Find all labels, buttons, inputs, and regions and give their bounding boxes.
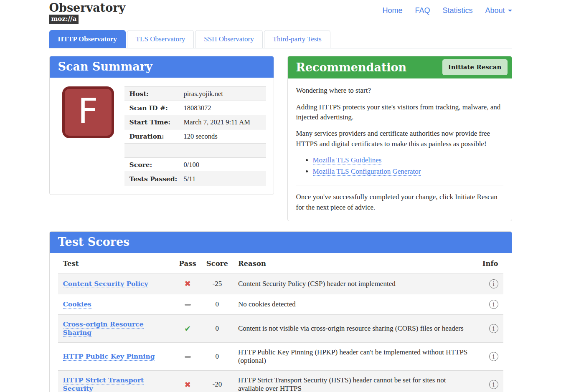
table-row: Cookies0No cookies detectedi xyxy=(58,294,503,315)
test-cell: HTTP Public Key Pinning xyxy=(58,343,174,371)
initiate-rescan-button[interactable]: Initiate Rescan xyxy=(442,59,508,75)
reason-cell: Content Security Policy (CSP) header not… xyxy=(233,273,477,294)
top-header: Observatory moz://a HomeFAQStatisticsAbo… xyxy=(49,0,512,24)
scan-summary-body: F Host:piras.yojik.netScan ID #:18083072… xyxy=(50,78,274,195)
reason-cell: No cookies detected xyxy=(233,294,477,315)
nav-item-home[interactable]: Home xyxy=(382,6,402,15)
list-item: Mozilla TLS Configuration Generator xyxy=(313,167,503,177)
table-row: Cross-origin Resource Sharing✔0Content i… xyxy=(58,315,503,343)
app-title: Observatory xyxy=(49,2,126,14)
scan-summary-row: Duration:120 seconds xyxy=(124,129,266,143)
recommendation-header: Recommendation Initiate Rescan xyxy=(288,56,512,78)
info-circle-icon[interactable]: i xyxy=(489,380,498,389)
test-link-cookies[interactable]: Cookies xyxy=(63,300,91,309)
recommendation-paragraph: Adding HTTPS protects your site's visito… xyxy=(296,102,503,123)
scan-summary-title: Scan Summary xyxy=(50,56,274,78)
score-cell: 0 xyxy=(201,315,233,343)
scan-row-label: Scan ID #: xyxy=(129,104,184,112)
info-circle-icon[interactable]: i xyxy=(489,352,498,361)
reason-cell: HTTP Strict Transport Security (HSTS) he… xyxy=(233,371,477,392)
scan-row-value: piras.yojik.net xyxy=(184,90,261,98)
info-circle-icon[interactable]: i xyxy=(489,279,498,288)
scan-summary-row: Score:0/100 xyxy=(124,157,266,172)
scan-summary-table: Host:piras.yojik.netScan ID #:18083072St… xyxy=(124,86,266,186)
info-cell: i xyxy=(477,343,503,371)
scan-row-value: 5/11 xyxy=(184,175,261,183)
scan-row-label: Tests Passed: xyxy=(129,175,184,183)
table-row: HTTP Strict Transport Security✖-20HTTP S… xyxy=(58,371,503,392)
recommendation-paragraph: Wondering where to start? xyxy=(296,86,503,96)
scan-summary-row: Tests Passed:5/11 xyxy=(124,172,266,186)
table-row: HTTP Public Key Pinning0HTTP Public Key … xyxy=(58,343,503,371)
test-link-http-strict-transport-security[interactable]: HTTP Strict Transport Security xyxy=(63,376,144,392)
info-cell: i xyxy=(477,294,503,315)
test-scores-body: TestPassScoreReasonInfo Content Security… xyxy=(50,253,512,392)
top-nav: HomeFAQStatisticsAbout xyxy=(382,6,512,15)
recommendation-paragraph: Many services providers and certificate … xyxy=(296,129,503,149)
tab-ssh-observatory[interactable]: SSH Observatory xyxy=(195,30,262,48)
column-header-reason: Reason xyxy=(233,253,477,273)
scan-row-label: Host: xyxy=(129,90,184,98)
nav-item-statistics[interactable]: Statistics xyxy=(442,6,472,15)
scan-row-value: 120 seconds xyxy=(184,132,261,141)
scan-summary-empty-row xyxy=(124,143,266,157)
scan-row-label: Start Time: xyxy=(129,118,184,126)
info-cell: i xyxy=(477,273,503,294)
recommendation-card: Recommendation Initiate Rescan Wondering… xyxy=(287,56,512,221)
nav-item-faq[interactable]: FAQ xyxy=(415,6,430,15)
scan-row-value: March 7, 2021 9:11 AM xyxy=(184,118,261,126)
recommendation-body: Wondering where to start?Adding HTTPS pr… xyxy=(288,78,512,221)
info-cell: i xyxy=(477,315,503,343)
test-cell: Cross-origin Resource Sharing xyxy=(58,315,174,343)
summary-row: Scan Summary F Host:piras.yojik.netScan … xyxy=(49,56,512,221)
brand: Observatory moz://a xyxy=(49,2,126,24)
scan-summary-row: Host:piras.yojik.net xyxy=(124,86,266,101)
pass-cell: ✖ xyxy=(174,371,201,392)
mozilla-logo[interactable]: moz://a xyxy=(49,15,79,24)
link-mozilla-tls-guidelines[interactable]: Mozilla TLS Guidelines xyxy=(313,156,382,164)
scan-row-label: Duration: xyxy=(129,132,184,140)
chevron-down-icon xyxy=(508,10,512,12)
scan-row-value: 0/100 xyxy=(184,161,261,169)
test-scores-title: Test Scores xyxy=(50,232,512,253)
list-item: Mozilla TLS Guidelines xyxy=(313,155,503,165)
column-header-score: Score xyxy=(201,253,233,273)
test-link-cross-origin-resource-sharing[interactable]: Cross-origin Resource Sharing xyxy=(63,320,144,337)
info-circle-icon[interactable]: i xyxy=(489,324,498,333)
check-icon: ✔ xyxy=(184,324,191,333)
tab-http-observatory[interactable]: HTTP Observatory xyxy=(49,30,126,48)
column-header-test: Test xyxy=(58,253,174,273)
test-link-content-security-policy[interactable]: Content Security Policy xyxy=(63,280,148,288)
info-circle-icon[interactable]: i xyxy=(489,300,498,309)
pass-cell: ✔ xyxy=(174,315,201,343)
page-container: Observatory moz://a HomeFAQStatisticsAbo… xyxy=(49,0,512,392)
reason-cell: Content is not visible via cross-origin … xyxy=(233,315,477,343)
nav-item-about[interactable]: About xyxy=(485,6,512,15)
tab-tls-observatory[interactable]: TLS Observatory xyxy=(127,30,194,48)
test-cell: Cookies xyxy=(58,294,174,315)
score-cell: 0 xyxy=(201,343,233,371)
dash-icon xyxy=(185,356,191,358)
recommendation-footer: Once you've successfully completed your … xyxy=(296,192,503,212)
recommendation-title: Recommendation xyxy=(296,61,407,74)
test-link-http-public-key-pinning[interactable]: HTTP Public Key Pinning xyxy=(63,352,155,361)
fail-x-icon: ✖ xyxy=(184,279,191,288)
table-row: Content Security Policy✖-25Content Secur… xyxy=(58,273,503,294)
score-cell: -25 xyxy=(201,273,233,294)
fail-x-icon: ✖ xyxy=(184,380,191,389)
column-header-info: Info xyxy=(477,253,503,273)
test-scores-card: Test Scores TestPassScoreReasonInfo Cont… xyxy=(49,231,512,392)
link-mozilla-tls-configuration-generator[interactable]: Mozilla TLS Configuration Generator xyxy=(313,167,421,176)
recommendation-links: Mozilla TLS GuidelinesMozilla TLS Config… xyxy=(296,155,503,177)
pass-cell xyxy=(174,343,201,371)
score-cell: -20 xyxy=(201,371,233,392)
scan-summary-row: Scan ID #:18083072 xyxy=(124,101,266,115)
test-cell: HTTP Strict Transport Security xyxy=(58,371,174,392)
tab-third-party-tests[interactable]: Third-party Tests xyxy=(264,30,330,48)
observatory-tabs: HTTP ObservatoryTLS ObservatorySSH Obser… xyxy=(49,30,512,48)
dash-icon xyxy=(185,304,191,306)
pass-cell: ✖ xyxy=(174,273,201,294)
reason-cell: HTTP Public Key Pinning (HPKP) header ca… xyxy=(233,343,477,371)
scan-row-value: 18083072 xyxy=(184,104,261,112)
test-scores-table: TestPassScoreReasonInfo Content Security… xyxy=(58,253,503,392)
